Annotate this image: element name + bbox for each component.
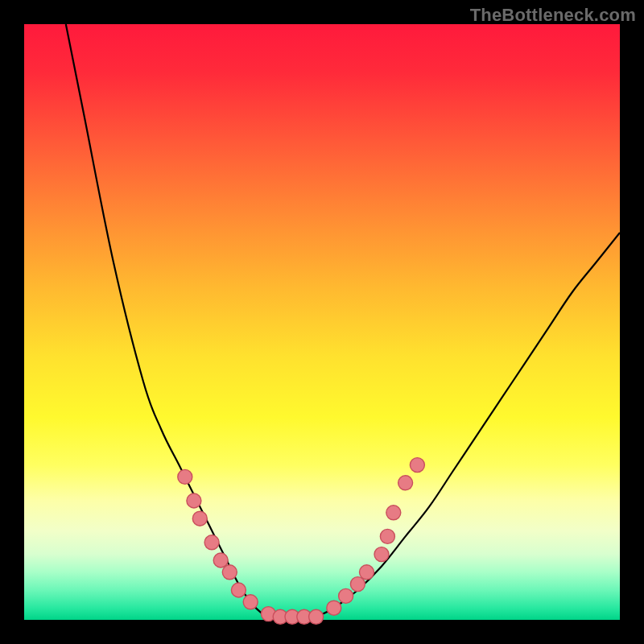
data-marker: [398, 476, 413, 490]
data-marker: [327, 601, 341, 615]
watermark-text: TheBottleneck.com: [470, 5, 636, 26]
data-marker: [204, 535, 219, 550]
data-marker: [222, 565, 237, 580]
data-marker: [243, 595, 258, 609]
data-marker: [339, 588, 353, 603]
chart-frame: TheBottleneck.com: [0, 0, 644, 644]
series-group: [66, 24, 620, 620]
data-marker: [374, 547, 389, 562]
marker-group: [178, 458, 425, 625]
curve-right-curve: [310, 233, 620, 620]
data-marker: [350, 577, 365, 592]
data-marker: [178, 469, 192, 484]
chart-svg: [24, 24, 620, 620]
data-marker: [213, 553, 228, 568]
data-marker: [410, 458, 424, 473]
data-marker: [309, 609, 324, 624]
data-marker: [192, 511, 207, 526]
data-marker: [360, 565, 374, 580]
data-marker: [187, 493, 201, 508]
curve-left-curve: [66, 24, 275, 620]
plot-area: [24, 24, 620, 620]
data-marker: [380, 529, 394, 543]
data-marker: [386, 506, 401, 520]
data-marker: [231, 583, 246, 597]
